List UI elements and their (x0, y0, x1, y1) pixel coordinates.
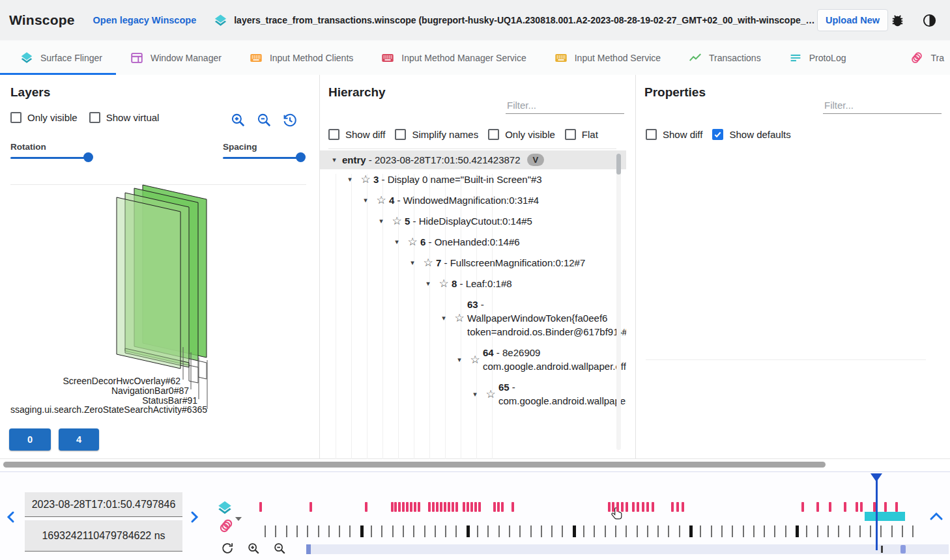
sf-trace-tick[interactable] (642, 502, 644, 512)
sf-trace-tick[interactable] (626, 502, 628, 512)
sf-trace-tick[interactable] (616, 502, 619, 512)
pin-star-icon[interactable]: ☆ (467, 353, 483, 367)
sf-trace-tick[interactable] (474, 502, 477, 512)
sf-trace-tick[interactable] (608, 502, 611, 512)
tree-node-5[interactable]: ▾☆5 - HideDisplayCutout:0:14#5 (320, 211, 626, 232)
unchecked-checkbox-icon[interactable] (10, 112, 22, 123)
properties-filter-input[interactable] (823, 97, 942, 114)
sf-trace-tick[interactable] (511, 502, 514, 512)
playhead-handle[interactable] (871, 473, 882, 482)
surface-flinger-track-icon[interactable] (216, 499, 233, 519)
tree-node-6[interactable]: ▾☆6 - OneHanded:0:14#6 (320, 232, 626, 253)
spacing-slider-thumb[interactable] (296, 152, 306, 162)
pin-star-icon[interactable]: ☆ (436, 277, 452, 290)
open-legacy-link[interactable]: Open legacy Winscope (93, 15, 197, 25)
sf-trace-tick[interactable] (455, 502, 458, 512)
transaction-tick[interactable] (583, 525, 584, 537)
sf-trace-tick[interactable] (259, 502, 262, 512)
transaction-tick[interactable] (732, 525, 733, 537)
sf-trace-tick[interactable] (365, 502, 367, 512)
transaction-tick[interactable] (265, 525, 266, 537)
rotation-slider-thumb[interactable] (83, 152, 93, 162)
transaction-tick[interactable] (530, 525, 532, 537)
sf-trace-tick[interactable] (493, 502, 496, 512)
transaction-tick[interactable] (498, 525, 500, 537)
transaction-tick[interactable] (360, 525, 364, 537)
transaction-tick[interactable] (275, 525, 276, 537)
sf-trace-tick[interactable] (637, 502, 639, 512)
collapse-arrow-icon[interactable]: ▾ (358, 196, 373, 204)
tree-node-3[interactable]: ▾☆3 - Display 0 name="Built-in Screen"#3 (320, 169, 626, 190)
hierarchy-scrollbar[interactable] (616, 154, 621, 450)
transaction-tick[interactable] (562, 525, 563, 537)
tab-surface-flinger[interactable]: Surface Flinger (0, 40, 116, 75)
transaction-tick[interactable] (657, 525, 659, 537)
sf-trace-tick[interactable] (478, 502, 481, 512)
pin-star-icon[interactable]: ☆ (483, 387, 498, 401)
sf-trace-tick[interactable] (501, 502, 504, 512)
unchecked-checkbox-icon[interactable] (488, 129, 499, 140)
transaction-tick[interactable] (487, 525, 489, 537)
track-dropdown-caret-icon[interactable] (235, 512, 242, 516)
dark-mode-toggle-icon[interactable] (922, 13, 937, 28)
sf-trace-tick[interactable] (676, 502, 679, 512)
layers-checkbox-only-visible[interactable]: Only visible (10, 112, 78, 123)
tree-node-64[interactable]: ▾☆64 - 8e26909 com.google.android.wallpa… (320, 343, 626, 377)
properties-checkbox-show-diff[interactable]: Show diff (646, 129, 702, 140)
transaction-tick[interactable] (296, 525, 298, 537)
sf-trace-tick[interactable] (884, 502, 887, 512)
layers-checkbox-show-virtual[interactable]: Show virtual (89, 112, 160, 123)
sf-trace-tick[interactable] (467, 502, 469, 512)
transaction-tick[interactable] (891, 525, 893, 537)
sf-trace-tick[interactable] (895, 502, 898, 512)
previous-entry-icon[interactable] (5, 509, 17, 527)
checked-checkbox-icon[interactable] (712, 129, 723, 140)
zoom-strip-start-marker[interactable] (306, 544, 311, 554)
sf-trace-tick[interactable] (621, 502, 624, 512)
collapse-arrow-icon[interactable]: ▾ (436, 314, 452, 322)
collapse-arrow-icon[interactable]: ▾ (373, 217, 389, 225)
tree-node-entry[interactable]: ▾entry - 2023-08-28T17:01:50.421423872V (320, 150, 626, 169)
sf-trace-tick[interactable] (406, 502, 409, 512)
transaction-tick[interactable] (307, 525, 308, 537)
collapse-arrow-icon[interactable]: ▾ (420, 279, 436, 288)
transaction-tick[interactable] (403, 525, 404, 537)
sf-trace-tick[interactable] (452, 502, 454, 512)
transaction-tick[interactable] (764, 525, 765, 537)
sf-trace-tick[interactable] (856, 502, 858, 512)
sf-trace-tick[interactable] (632, 502, 635, 512)
transaction-tick[interactable] (668, 525, 669, 537)
playhead-line[interactable] (876, 473, 878, 550)
transaction-tick[interactable] (774, 525, 775, 537)
sf-trace-tick[interactable] (391, 502, 394, 512)
transaction-tick[interactable] (753, 525, 755, 537)
transaction-tick[interactable] (413, 525, 414, 537)
transaction-tick[interactable] (455, 525, 457, 537)
timestamp-ns-input[interactable]: 1693242110479784622 ns (25, 520, 182, 552)
transaction-tick[interactable] (328, 525, 330, 537)
pin-star-icon[interactable]: ☆ (405, 235, 420, 249)
spacing-slider[interactable] (223, 152, 301, 163)
sf-trace-tick[interactable] (444, 502, 446, 512)
transaction-tick[interactable] (859, 525, 861, 537)
transaction-tick[interactable] (435, 525, 436, 537)
sf-trace-tick[interactable] (646, 502, 649, 512)
upload-new-button[interactable]: Upload New (817, 9, 888, 31)
sf-trace-tick[interactable] (652, 502, 654, 512)
tree-node-4[interactable]: ▾☆4 - WindowedMagnification:0:31#4 (320, 190, 626, 211)
collapse-arrow-icon[interactable]: ▾ (467, 390, 483, 399)
tab-input-method-manager-service[interactable]: Input Method Manager Service (367, 40, 540, 75)
next-entry-icon[interactable] (188, 509, 200, 527)
sf-trace-tick[interactable] (432, 502, 435, 512)
timeline-zoom-out-icon[interactable] (272, 541, 287, 558)
sf-trace-tick[interactable] (448, 502, 450, 512)
hierarchy-checkbox-only-visible[interactable]: Only visible (488, 129, 555, 140)
tab-window-manager[interactable]: Window Manager (116, 40, 235, 75)
sf-trace-tick[interactable] (414, 502, 416, 512)
transaction-tick[interactable] (817, 525, 818, 537)
sf-trace-tick[interactable] (816, 502, 819, 512)
sf-trace-tick[interactable] (612, 502, 614, 512)
zoom-in-icon[interactable] (229, 111, 246, 128)
timeline-zoom-strip[interactable] (306, 544, 949, 554)
transaction-tick[interactable] (551, 525, 553, 537)
